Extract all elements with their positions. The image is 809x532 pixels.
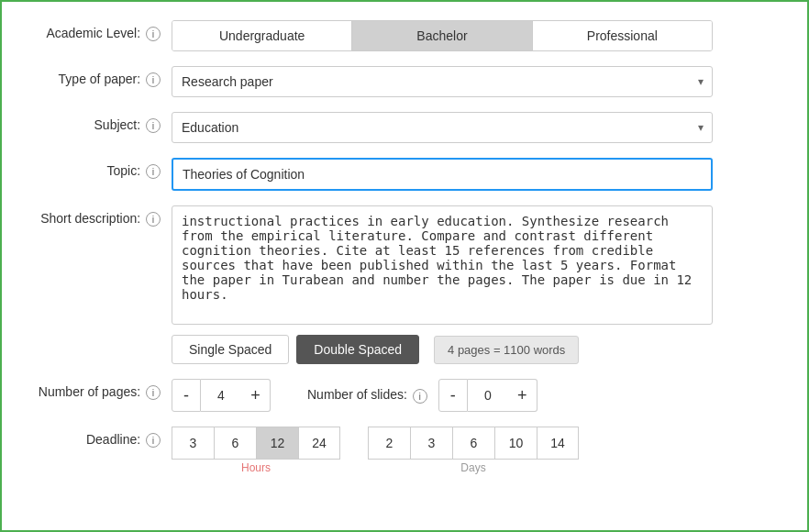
short-description-row: Short description: i instructional pract… — [11, 205, 798, 364]
academic-level-text: Academic Level: — [46, 26, 140, 40]
topic-control — [172, 158, 798, 191]
pages-slides-row: Number of pages: i - 4 + Number of slide… — [11, 379, 798, 412]
order-form: Academic Level: i Undergraduate Bachelor… — [0, 0, 809, 532]
pages-stepper: - 4 + — [172, 379, 271, 412]
type-of-paper-text: Type of paper: — [59, 72, 141, 86]
deadline-days-buttons: 2 3 6 10 14 — [368, 427, 579, 460]
pages-decrement-button[interactable]: - — [172, 379, 201, 412]
subject-label: Subject: i — [11, 112, 172, 133]
slides-decrement-button[interactable]: - — [438, 379, 468, 412]
topic-label: Topic: i — [11, 158, 172, 179]
deadline-3d-button[interactable]: 3 — [410, 427, 452, 460]
slides-increment-button[interactable]: + — [508, 379, 537, 412]
deadline-hours-buttons: 3 6 12 24 — [172, 427, 340, 460]
slides-info-icon[interactable]: i — [413, 389, 427, 404]
subject-row: Subject: i Education Mathematics Science… — [11, 112, 798, 143]
type-of-paper-label: Type of paper: i — [11, 66, 172, 87]
topic-text: Topic: — [107, 163, 141, 178]
academic-level-control: Undergraduate Bachelor Professional — [172, 20, 798, 51]
topic-row: Topic: i — [11, 158, 798, 191]
deadline-days-label: Days — [368, 460, 579, 474]
subject-info-icon[interactable]: i — [146, 118, 161, 133]
short-description-textarea[interactable]: instructional practices in early educati… — [172, 205, 713, 325]
word-count-badge: 4 pages = 1100 words — [434, 336, 579, 364]
level-undergraduate-button[interactable]: Undergraduate — [172, 21, 352, 50]
subject-control: Education Mathematics Science History Li… — [172, 112, 798, 143]
deadline-label: Deadline: i — [11, 427, 172, 448]
short-description-control: instructional practices in early educati… — [172, 205, 798, 364]
single-spaced-button[interactable]: Single Spaced — [172, 335, 289, 364]
deadline-12h-button[interactable]: 12 — [256, 427, 298, 460]
deadline-inner: 3 6 12 24 Hours 2 3 6 10 14 — [172, 427, 798, 474]
double-spaced-button[interactable]: Double Spaced — [296, 335, 419, 364]
short-description-label: Short description: i — [11, 205, 172, 227]
type-of-paper-control: Research paper Essay Term Paper Thesis D… — [172, 66, 798, 97]
academic-level-info-icon[interactable]: i — [146, 27, 161, 41]
deadline-24h-button[interactable]: 24 — [298, 427, 340, 460]
deadline-hours-label: Hours — [172, 460, 340, 474]
deadline-control: 3 6 12 24 Hours 2 3 6 10 14 — [172, 427, 798, 474]
type-of-paper-row: Type of paper: i Research paper Essay Te… — [11, 66, 798, 97]
slides-text: Number of slides: — [307, 387, 407, 402]
deadline-14d-button[interactable]: 14 — [537, 427, 579, 460]
academic-level-row: Academic Level: i Undergraduate Bachelor… — [11, 20, 798, 51]
topic-info-icon[interactable]: i — [146, 164, 161, 179]
deadline-10d-button[interactable]: 10 — [494, 427, 537, 460]
deadline-row: Deadline: i 3 6 12 24 Hours 2 — [11, 427, 798, 474]
short-description-text: Short description: — [40, 211, 140, 226]
slides-value: 0 — [468, 379, 508, 412]
deadline-info-icon[interactable]: i — [146, 433, 161, 448]
short-description-info-icon[interactable]: i — [146, 212, 161, 227]
academic-level-label: Academic Level: i — [11, 20, 172, 41]
deadline-6d-button[interactable]: 6 — [452, 427, 494, 460]
type-of-paper-info-icon[interactable]: i — [146, 72, 161, 87]
academic-level-buttons: Undergraduate Bachelor Professional — [172, 20, 713, 51]
subject-text: Subject: — [94, 117, 141, 132]
pages-slides-inner: - 4 + Number of slides: i - 0 + — [172, 379, 798, 412]
deadline-days-section: 2 3 6 10 14 Days — [368, 427, 579, 474]
pages-increment-button[interactable]: + — [241, 379, 271, 412]
slides-label: Number of slides: i — [307, 387, 427, 403]
level-professional-button[interactable]: Professional — [533, 21, 712, 50]
pages-slides-control: - 4 + Number of slides: i - 0 + — [172, 379, 798, 412]
subject-select-wrapper: Education Mathematics Science History Li… — [172, 112, 713, 143]
deadline-2d-button[interactable]: 2 — [368, 427, 410, 460]
deadline-3h-button[interactable]: 3 — [172, 427, 214, 460]
pages-label: Number of pages: i — [11, 379, 172, 400]
spacing-row: Single Spaced Double Spaced 4 pages = 11… — [172, 335, 798, 364]
deadline-6h-button[interactable]: 6 — [214, 427, 256, 460]
deadline-text: Deadline: — [86, 432, 140, 447]
pages-value: 4 — [201, 379, 241, 412]
slides-section: Number of slides: i - 0 + — [307, 379, 537, 412]
pages-text: Number of pages: — [39, 384, 140, 399]
pages-info-icon[interactable]: i — [146, 385, 161, 400]
type-of-paper-select-wrapper: Research paper Essay Term Paper Thesis D… — [172, 66, 713, 97]
type-of-paper-select[interactable]: Research paper Essay Term Paper Thesis D… — [172, 66, 713, 97]
deadline-hours-section: 3 6 12 24 Hours — [172, 427, 340, 474]
level-bachelor-button[interactable]: Bachelor — [352, 21, 532, 50]
slides-stepper: - 0 + — [438, 379, 537, 412]
topic-input[interactable] — [172, 158, 713, 191]
subject-select[interactable]: Education Mathematics Science History Li… — [172, 112, 713, 143]
